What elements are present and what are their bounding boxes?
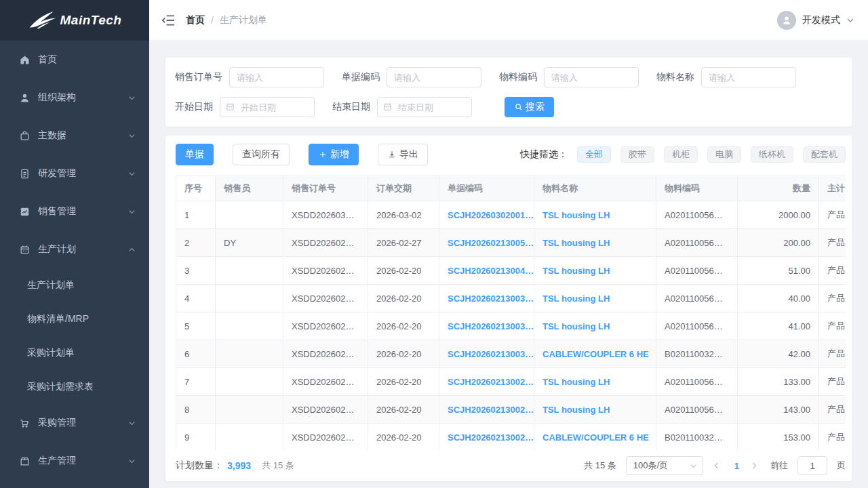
chevron-down-icon (128, 132, 136, 140)
sidebar-item[interactable]: 销售管理 (0, 192, 149, 230)
table-row[interactable]: 9 XSDD202602… 2026-02-20 SCJH20260213002… (176, 424, 846, 451)
next-page-button[interactable] (750, 460, 761, 471)
export-button[interactable]: 导出 (378, 144, 428, 165)
sidebar-item[interactable]: 采购计划单 (0, 336, 149, 370)
cell-quantity: 200.00 (738, 229, 819, 257)
cell-sales-order: XSDD202602… (283, 340, 368, 368)
sidebar-item[interactable]: 生产计划单 (0, 268, 149, 302)
date-input[interactable] (377, 97, 472, 117)
document-button[interactable]: 单据 (176, 144, 214, 165)
cell-material-name-link[interactable]: TSL housing LH (534, 285, 656, 312)
table-row[interactable]: 7 XSDD202602… 2026-02-20 SCJH20260213002… (176, 368, 846, 396)
breadcrumb-home[interactable]: 首页 (186, 14, 205, 26)
table-row[interactable]: 8 XSDD202602… 2026-02-20 SCJH20260213002… (176, 396, 846, 424)
sidebar-item-icon (19, 168, 31, 180)
cell-material-code: A020110056… (656, 285, 738, 312)
sidebar-item-label: 采购计划单 (27, 347, 136, 359)
cell-material-name-link[interactable]: TSL housing LH (534, 312, 656, 340)
cell-material-name-link[interactable]: TSL housing LH (534, 229, 656, 257)
filter-field: 单据编码 (342, 67, 481, 87)
table-row[interactable]: 6 XSDD202602… 2026-02-20 SCJH20260213003… (176, 340, 846, 368)
date-input[interactable] (220, 97, 315, 117)
cell-quantity: 51.00 (738, 257, 819, 285)
sidebar-item-label: 组织架构 (38, 92, 128, 104)
filter-label: 销售订单号 (175, 71, 222, 83)
cell-quantity: 40.00 (738, 285, 819, 312)
cell-doc-code-link[interactable]: SCJH20260213003… (439, 285, 534, 312)
query-all-button[interactable]: 查询所有 (233, 144, 290, 165)
quick-filter-pill[interactable]: 配套机 (803, 146, 846, 163)
cell-due-date: 2026-02-27 (368, 229, 439, 257)
quick-filter-label: 快捷筛选： (520, 148, 568, 161)
sidebar-item-icon (19, 130, 31, 142)
cell-seller (216, 285, 283, 312)
logo-swoosh-icon (28, 11, 58, 30)
cell-material-name-link[interactable]: TSL housing LH (534, 201, 656, 229)
cell-quantity: 133.00 (738, 368, 819, 396)
cell-doc-code-link[interactable]: SCJH20260213002… (439, 424, 534, 451)
chevron-down-icon (128, 458, 136, 465)
cell-doc-code-link[interactable]: SCJH20260213003… (439, 312, 534, 340)
user-menu[interactable]: 开发模式 (777, 11, 854, 30)
table-scroll-area[interactable]: 序号 销售员 销售订单号 订单交期 单据编码 物料 (176, 176, 846, 450)
table-row[interactable]: 5 XSDD202602… 2026-02-20 SCJH20260213003… (176, 312, 846, 340)
filter-input[interactable] (229, 67, 324, 87)
cell-doc-code-link[interactable]: SCJH20260213002… (439, 396, 534, 424)
sidebar-item[interactable]: 首页 (0, 41, 149, 79)
sidebar-item[interactable]: 生产管理 (0, 442, 149, 480)
table-row[interactable]: 1 XSDD202603… 2026-03-02 SCJH20260302001… (176, 201, 846, 229)
cell-due-date: 2026-02-20 (368, 424, 439, 451)
plan-table: 序号 销售员 销售订单号 订单交期 单据编码 物料 (176, 176, 846, 450)
sidebar-item[interactable]: 生产计划 (0, 230, 149, 268)
quick-filter-pill[interactable]: 全部 (577, 146, 611, 163)
prev-page-button[interactable] (713, 460, 724, 471)
quick-filter-pill[interactable]: 纸杯机 (751, 146, 793, 163)
sidebar-item[interactable]: 组织架构 (0, 79, 149, 117)
cell-material-name-link[interactable]: CABLEW/COUPLER 6 HE (534, 424, 656, 451)
quick-filter-pill[interactable]: 胶带 (620, 146, 654, 163)
chevron-down-icon (128, 170, 136, 178)
search-button[interactable]: 搜索 (505, 97, 554, 117)
cell-quantity: 41.00 (738, 312, 819, 340)
cell-doc-code-link[interactable]: SCJH20260302001… (439, 201, 534, 229)
cell-material-name-link[interactable]: TSL housing LH (534, 396, 656, 424)
quick-filter-pill[interactable]: 机柜 (664, 146, 698, 163)
collapse-sidebar-icon[interactable] (161, 14, 175, 26)
cell-index: 5 (176, 312, 216, 340)
filter-input[interactable] (701, 67, 796, 87)
plan-table-panel: 单据 查询所有 新增 导出 快捷筛选： 全部 (165, 136, 852, 481)
cell-material-name-link[interactable]: TSL housing LH (534, 368, 656, 396)
sidebar-item-icon (19, 418, 31, 429)
download-icon (387, 150, 397, 159)
cell-material-name-link[interactable]: CABLEW/COUPLER 6 HE (534, 340, 656, 368)
table-row[interactable]: 3 XSDD202602… 2026-02-20 SCJH20260213004… (176, 257, 846, 285)
sidebar-item[interactable]: 采购管理 (0, 404, 149, 442)
sidebar-item[interactable]: 主数据 (0, 117, 149, 155)
goto-page-input[interactable] (797, 456, 827, 475)
sidebar-item[interactable]: 物料清单/MRP (0, 302, 149, 336)
document-button-label: 单据 (185, 148, 204, 161)
cell-sales-order: XSDD202602… (283, 368, 368, 396)
plan-qty-label: 计划数量： (176, 460, 223, 472)
filter-input[interactable] (387, 67, 481, 87)
add-button[interactable]: 新增 (309, 144, 359, 165)
cell-material-name-link[interactable]: TSL housing LH (534, 257, 656, 285)
cell-doc-code-link[interactable]: SCJH20260213002… (439, 368, 534, 396)
page-size-select[interactable]: 100条/页 (626, 456, 703, 475)
filter-input[interactable] (544, 67, 639, 87)
cell-doc-code-link[interactable]: SCJH20260213005… (439, 229, 534, 257)
column-header: 单据编码 (439, 176, 534, 201)
cell-due-date: 2026-02-20 (368, 368, 439, 396)
table-row[interactable]: 4 XSDD202602… 2026-02-20 SCJH20260213003… (176, 285, 846, 312)
add-button-label: 新增 (330, 148, 349, 161)
sidebar-item[interactable]: 采购计划需求表 (0, 370, 149, 404)
sidebar-item[interactable]: 研发管理 (0, 155, 149, 192)
page-number[interactable]: 1 (733, 461, 741, 471)
quick-filter-pill[interactable]: 电脑 (707, 146, 741, 163)
cell-material-code: B020110032… (656, 340, 738, 368)
cell-sales-order: XSDD202602… (283, 424, 368, 451)
table-row[interactable]: 2 DY XSDD202602… 2026-02-27 SCJH20260213… (176, 229, 846, 257)
cell-doc-code-link[interactable]: SCJH20260213003… (439, 340, 534, 368)
cell-seller (216, 201, 283, 229)
cell-doc-code-link[interactable]: SCJH20260213004… (439, 257, 534, 285)
